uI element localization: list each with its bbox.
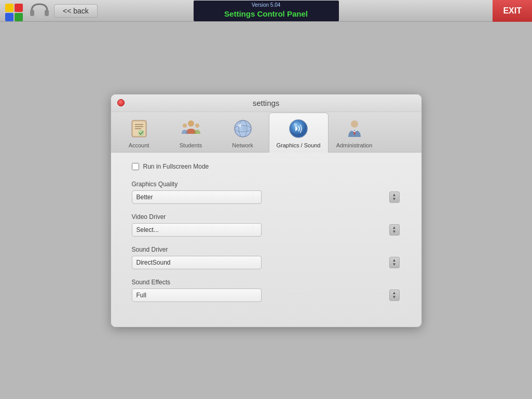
sound-driver-select[interactable]: DirectSound OpenAL None: [132, 256, 262, 269]
administration-icon: [343, 117, 366, 140]
svg-point-15: [242, 126, 248, 131]
logo-red: [15, 4, 23, 12]
arrow-up-icon: ▲: [392, 291, 397, 295]
svg-point-18: [351, 120, 358, 128]
logo-yellow: [5, 4, 13, 12]
svg-point-8: [188, 120, 194, 127]
sound-driver-row: Sound Driver DirectSound OpenAL None ▲ ▼: [132, 246, 401, 269]
svg-point-10: [195, 123, 199, 128]
logo-green: [15, 13, 23, 21]
arrow-down-icon: ▼: [392, 197, 397, 201]
arrow-down-icon: ▼: [392, 263, 397, 267]
arrow-up-icon: ▲: [392, 193, 397, 197]
video-driver-select[interactable]: Select... DirectX OpenGL Software: [132, 223, 262, 237]
sound-effects-wrapper: Full None Minimal Normal ▲ ▼: [132, 288, 401, 302]
students-icon: [180, 117, 202, 140]
sound-effects-arrows: ▲ ▼: [389, 290, 400, 301]
video-driver-arrows: ▲ ▼: [389, 224, 400, 236]
svg-point-17: [294, 123, 297, 126]
exit-label: EXIT: [503, 6, 522, 16]
main-content: settings Account: [0, 22, 532, 399]
tabs-bar: Account Students: [111, 112, 421, 153]
tab-network[interactable]: Network: [217, 113, 269, 153]
fullscreen-row: Run in Fullscreen Mode: [132, 163, 401, 170]
tab-administration-label: Administration: [336, 142, 373, 148]
fullscreen-checkbox[interactable]: [132, 163, 139, 170]
sound-effects-label: Sound Effects: [132, 279, 401, 286]
title-area: Version 5.04 Settings Control Panel: [194, 1, 339, 21]
sound-driver-arrows: ▲ ▼: [389, 257, 400, 268]
network-icon: [231, 117, 254, 140]
svg-point-7: [138, 130, 144, 136]
graphics-quality-label: Graphics Quality: [132, 181, 401, 188]
dialog-content: Run in Fullscreen Mode Graphics Quality …: [111, 153, 421, 327]
svg-rect-0: [30, 10, 34, 16]
tab-account-label: Account: [129, 142, 149, 148]
tab-students-label: Students: [180, 142, 202, 148]
sound-effects-row: Sound Effects Full None Minimal Normal ▲…: [132, 279, 401, 302]
video-driver-wrapper: Select... DirectX OpenGL Software ▲ ▼: [132, 223, 401, 237]
logo-area: [0, 4, 25, 18]
fullscreen-label[interactable]: Run in Fullscreen Mode: [143, 163, 209, 170]
video-driver-row: Video Driver Select... DirectX OpenGL So…: [132, 213, 401, 237]
panel-title: Settings Control Panel: [199, 8, 334, 19]
sound-effects-select[interactable]: Full None Minimal Normal: [132, 288, 262, 302]
tab-account[interactable]: Account: [113, 113, 165, 153]
close-button[interactable]: [117, 99, 125, 106]
graphics-quality-arrows: ▲ ▼: [389, 191, 400, 203]
dialog-title: settings: [129, 99, 404, 107]
tab-graphics-sound[interactable]: Graphics / Sound: [269, 113, 329, 153]
back-button[interactable]: << back: [54, 4, 98, 18]
account-icon: [128, 117, 151, 140]
arrow-down-icon: ▼: [392, 295, 397, 299]
tab-students[interactable]: Students: [165, 113, 217, 153]
dialog-titlebar: settings: [111, 94, 421, 112]
video-driver-label: Video Driver: [132, 213, 401, 221]
graphics-quality-row: Graphics Quality Better Low Normal Best …: [132, 181, 401, 204]
arrow-up-icon: ▲: [392, 258, 397, 263]
back-label: << back: [63, 7, 89, 15]
svg-point-14: [238, 124, 241, 127]
tab-graphics-sound-label: Graphics / Sound: [277, 142, 321, 148]
settings-dialog: settings Account: [111, 94, 422, 327]
exit-button[interactable]: EXIT: [493, 0, 532, 22]
logo-blue: [5, 13, 13, 21]
sound-driver-wrapper: DirectSound OpenAL None ▲ ▼: [132, 256, 401, 269]
top-bar: << back Version 5.04 Settings Control Pa…: [0, 0, 532, 22]
sound-driver-label: Sound Driver: [132, 246, 401, 253]
svg-point-9: [183, 123, 187, 128]
version-text: Version 5.04: [199, 2, 334, 8]
tab-network-label: Network: [232, 142, 253, 148]
svg-point-16: [290, 120, 307, 137]
arrow-down-icon: ▼: [392, 230, 397, 234]
svg-rect-1: [45, 10, 49, 16]
graphics-sound-icon: [287, 117, 310, 140]
arrow-up-icon: ▲: [392, 226, 397, 230]
headphone-icon: [29, 2, 50, 20]
tab-administration[interactable]: Administration: [329, 113, 380, 153]
graphics-quality-wrapper: Better Low Normal Best ▲ ▼: [132, 190, 401, 204]
graphics-quality-select[interactable]: Better Low Normal Best: [132, 190, 262, 204]
